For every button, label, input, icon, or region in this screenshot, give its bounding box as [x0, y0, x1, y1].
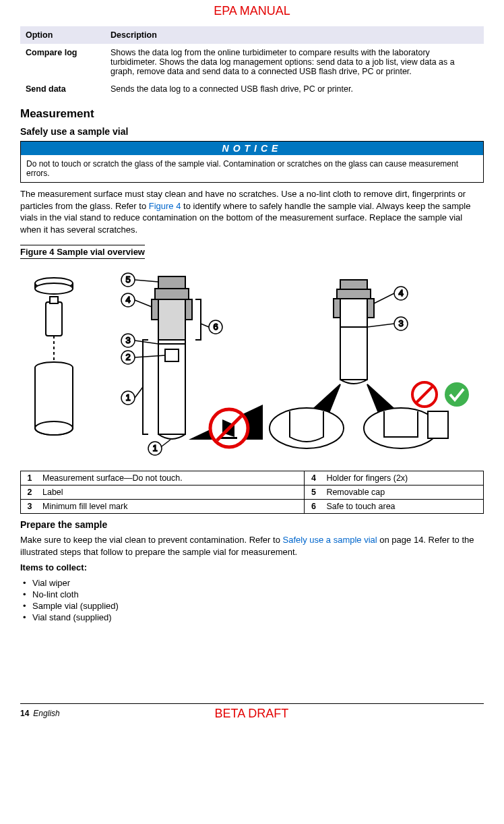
- prepare-paragraph: Make sure to keep the vial clean to prev…: [20, 534, 484, 558]
- svg-rect-10: [155, 289, 189, 299]
- table-row: 1 Measurement surface—Do not touch. 4 Ho…: [21, 471, 484, 485]
- svg-rect-4: [46, 302, 62, 336]
- svg-line-30: [201, 324, 209, 327]
- svg-rect-14: [158, 340, 185, 434]
- table-row: Send data Sends the data log to a connec…: [20, 80, 484, 98]
- callout-5: 5: [125, 274, 130, 285]
- legend-text: Label: [38, 485, 305, 500]
- list-item: No-lint cloth: [32, 589, 484, 599]
- legend-text: Holder for fingers (2x): [322, 471, 483, 485]
- list-item: Vial wiper: [32, 578, 484, 588]
- callout-3r: 3: [398, 318, 403, 328]
- page-number: 14: [20, 709, 29, 718]
- svg-point-1: [35, 283, 73, 294]
- callout-1a: 1: [125, 392, 130, 403]
- svg-rect-5: [50, 297, 58, 303]
- figure-caption: Figure 4 Sample vial overview: [20, 245, 145, 259]
- draft-label: BETA DRAFT: [60, 707, 443, 721]
- svg-rect-49: [428, 411, 448, 438]
- callout-4r: 4: [398, 288, 403, 298]
- svg-rect-36: [337, 289, 371, 299]
- list-item: Vial stand (supplied): [32, 612, 484, 622]
- table-row: 2 Label 5 Removable cap: [21, 485, 484, 500]
- callout-3: 3: [125, 335, 130, 345]
- svg-rect-9: [158, 276, 185, 289]
- options-table: Option Description Compare log Shows the…: [20, 26, 484, 98]
- svg-point-52: [445, 382, 469, 407]
- legend-text: Minimum fill level mark: [38, 500, 305, 514]
- option-name: Compare log: [20, 44, 105, 80]
- prohibited-icon: [412, 382, 437, 407]
- svg-line-26: [135, 387, 143, 398]
- notice-body: Do not to touch or scratch the glass of …: [21, 155, 483, 182]
- legend-num: 1: [21, 471, 39, 485]
- svg-line-28: [162, 440, 170, 446]
- svg-line-22: [135, 341, 158, 344]
- legend-num: 5: [305, 485, 323, 500]
- options-head-option: Option: [20, 26, 105, 44]
- table-row: Compare log Shows the data log from the …: [20, 44, 484, 80]
- figure-4-diagram: 5 4 3 2 1 1 6: [20, 263, 484, 465]
- callout-4: 4: [125, 295, 130, 305]
- notice-box: NOTICE Do not to touch or scratch the gl…: [20, 141, 484, 183]
- page-footer: 14 English BETA DRAFT: [20, 703, 484, 721]
- doc-header: EPA MANUAL: [20, 0, 484, 26]
- list-item: Sample vial (supplied): [32, 601, 484, 611]
- svg-rect-13: [158, 299, 185, 340]
- paragraph-measurement: The measurement surface must stay clean …: [20, 188, 484, 235]
- page-language: English: [33, 709, 59, 718]
- legend-num: 6: [305, 500, 323, 514]
- callout-1b: 1: [152, 443, 157, 453]
- legend-num: 4: [305, 471, 323, 485]
- items-heading: Items to collect:: [20, 562, 484, 574]
- measurement-heading: Measurement: [20, 107, 484, 121]
- options-head-desc: Description: [105, 26, 484, 44]
- table-row: 3 Minimum fill level mark 6 Safe to touc…: [21, 500, 484, 514]
- legend-num: 3: [21, 500, 39, 514]
- safevial-link[interactable]: Safely use a sample vial: [283, 535, 377, 545]
- option-name: Send data: [20, 80, 105, 98]
- ok-check-icon: [445, 382, 469, 407]
- svg-line-44: [374, 293, 394, 303]
- callout-6: 6: [213, 322, 218, 332]
- legend-num: 2: [21, 485, 39, 500]
- legend-text: Measurement surface—Do not touch.: [38, 471, 305, 485]
- svg-line-46: [367, 324, 394, 327]
- safevial-heading: Safely use a sample vial: [20, 126, 484, 137]
- svg-point-48: [364, 408, 438, 448]
- svg-line-20: [135, 300, 152, 307]
- option-desc: Sends the data log to a connected USB fl…: [105, 80, 484, 98]
- prepare-heading: Prepare the sample: [20, 519, 484, 530]
- svg-rect-35: [340, 280, 367, 289]
- items-list: Vial wiper No-lint cloth Sample vial (su…: [20, 578, 484, 622]
- figure-legend-table: 1 Measurement surface—Do not touch. 4 Ho…: [20, 471, 484, 514]
- legend-text: Removable cap: [322, 485, 483, 500]
- callout-2: 2: [125, 352, 130, 362]
- svg-line-18: [135, 280, 158, 282]
- option-desc: Shows the data log from the online turbi…: [105, 44, 484, 80]
- notice-label: NOTICE: [21, 142, 483, 155]
- sample-vial-svg: 5 4 3 2 1 1 6: [20, 263, 484, 465]
- prepare-text-a: Make sure to keep the vial clean to prev…: [20, 535, 283, 545]
- svg-rect-39: [340, 299, 367, 380]
- legend-text: Safe to touch area: [322, 500, 483, 514]
- figure4-link[interactable]: Figure 4: [149, 201, 181, 211]
